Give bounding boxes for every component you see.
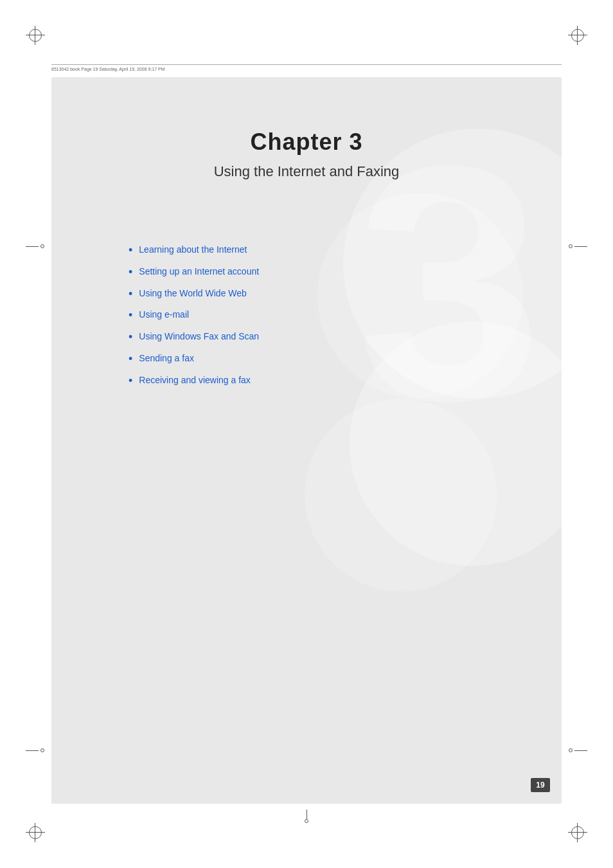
- bottom-center-tick: [305, 809, 308, 823]
- tick-left-bottom: [26, 748, 44, 752]
- tick-left-top: [26, 244, 44, 248]
- reg-mark-bottom-right: [568, 823, 587, 842]
- list-item-label: Learning about the Internet: [139, 244, 247, 255]
- list-item-label: Sending a fax: [139, 353, 194, 363]
- list-item[interactable]: Sending a fax: [129, 353, 259, 366]
- header-text: 8513042.book Page 19 Saturday, April 19,…: [51, 67, 165, 71]
- list-item[interactable]: Receiving and viewing a fax: [129, 375, 259, 388]
- tick-right-bottom: [569, 748, 587, 752]
- list-item-label: Setting up an Internet account: [139, 266, 259, 276]
- list-item-label: Using Windows Fax and Scan: [139, 331, 259, 341]
- list-item[interactable]: Using Windows Fax and Scan: [129, 331, 259, 344]
- swirl-4: [305, 399, 497, 592]
- chapter-header: Chapter 3 Using the Internet and Faxing: [51, 129, 562, 180]
- header-line: 8513042.book Page 19 Saturday, April 19,…: [51, 64, 562, 71]
- chapter-page: 3 Chapter 3 Using the Internet and Faxin…: [51, 77, 562, 804]
- chapter-label: Chapter 3: [77, 129, 536, 156]
- chapter-subtitle: Using the Internet and Faxing: [214, 163, 400, 179]
- list-item-label: Receiving and viewing a fax: [139, 375, 251, 385]
- list-item-label: Using the World Wide Web: [139, 288, 247, 298]
- reg-mark-bottom-left: [26, 823, 45, 842]
- list-item-label: Using e-mail: [139, 309, 189, 320]
- list-item[interactable]: Using e-mail: [129, 309, 259, 322]
- reg-mark-top-left: [26, 26, 45, 45]
- bullet-list: Learning about the Internet Setting up a…: [129, 244, 259, 397]
- page-number: 19: [531, 778, 550, 792]
- list-item[interactable]: Learning about the Internet: [129, 244, 259, 257]
- list-item[interactable]: Setting up an Internet account: [129, 266, 259, 279]
- list-item[interactable]: Using the World Wide Web: [129, 288, 259, 301]
- reg-mark-top-right: [568, 26, 587, 45]
- tick-right-top: [569, 244, 587, 248]
